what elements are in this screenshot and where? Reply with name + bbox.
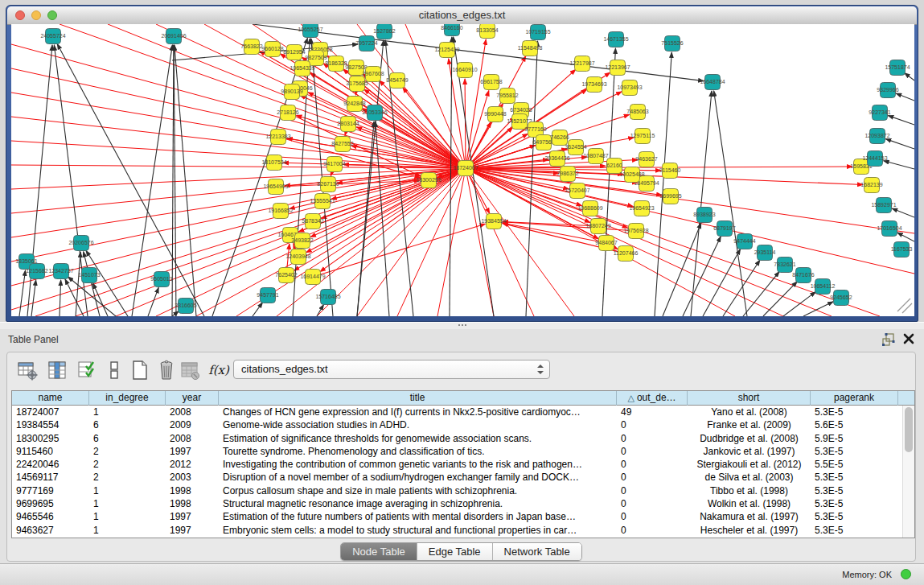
- tab-node-table[interactable]: Node Table: [341, 543, 417, 560]
- graph-node[interactable]: 9115460: [659, 163, 681, 179]
- graph-node[interactable]: 9417004: [323, 157, 345, 172]
- new-column-icon[interactable]: [128, 358, 152, 382]
- graph-node[interactable]: 2803144: [337, 117, 359, 132]
- close-panel-icon[interactable]: [903, 333, 914, 344]
- column-header-out_de[interactable]: △out_de…: [617, 391, 688, 406]
- column-header-title[interactable]: title: [219, 391, 617, 406]
- graph-node[interactable]: 9463627: [635, 152, 657, 167]
- graph-node[interactable]: 16648784: [700, 75, 725, 90]
- graph-node[interactable]: 2718126: [277, 105, 298, 121]
- graph-node[interactable]: 20691406: [161, 29, 186, 44]
- graph-node[interactable]: 11207466: [614, 246, 639, 262]
- graph-node[interactable]: 9660128: [261, 42, 283, 57]
- graph-node[interactable]: 19166852: [268, 204, 293, 219]
- window-titlebar[interactable]: citations_edges.txt: [7, 6, 917, 25]
- graph-node[interactable]: 7832621: [774, 257, 795, 273]
- graph-node[interactable]: 10654112: [811, 279, 836, 295]
- graph-node[interactable]: 12975115: [630, 129, 655, 144]
- graph-node[interactable]: 12342737: [48, 264, 73, 279]
- graph-node[interactable]: 7986372: [556, 167, 578, 182]
- graph-node[interactable]: 8466160: [441, 24, 462, 36]
- graph-node[interactable]: 24055724: [40, 29, 65, 44]
- graph-node[interactable]: 14671355: [603, 32, 628, 47]
- graph-node[interactable]: 8938923: [693, 208, 715, 223]
- graph-node[interactable]: 12093872: [864, 129, 889, 144]
- table-row[interactable]: 1872400712008Changes of HCN gene express…: [12, 406, 902, 418]
- graph-node[interactable]: 2935114: [754, 245, 776, 261]
- graph-node[interactable]: 8471676: [792, 268, 814, 283]
- table-row[interactable]: 1456911722003Disruption of a novel membe…: [12, 471, 902, 484]
- graph-node[interactable]: 19654923: [629, 201, 654, 216]
- table-row[interactable]: 946554611997Estimation of the future num…: [12, 510, 902, 523]
- graph-node[interactable]: 9505013: [150, 272, 172, 287]
- delete-table-icon[interactable]: [178, 358, 202, 382]
- function-builder-icon[interactable]: f(x): [207, 358, 231, 382]
- delete-column-icon[interactable]: [154, 358, 179, 382]
- column-header-short[interactable]: short: [688, 391, 811, 406]
- graph-node[interactable]: 1451073: [78, 268, 100, 283]
- graph-node[interactable]: 8912954: [283, 45, 305, 60]
- graph-node[interactable]: 9699695: [659, 189, 681, 204]
- graph-node[interactable]: 16640910: [452, 63, 477, 78]
- graph-node[interactable]: 10719155: [525, 25, 550, 40]
- column-header-in_degree[interactable]: in_degree: [89, 391, 166, 406]
- column-header-name[interactable]: name: [12, 391, 89, 406]
- graph-node[interactable]: 9245652: [830, 290, 852, 306]
- graph-node[interactable]: 9474444: [733, 234, 755, 249]
- scrollbar-thumb[interactable]: [905, 407, 913, 452]
- tab-edge-table[interactable]: Edge Table: [417, 543, 493, 560]
- graph-node[interactable]: 8454749: [386, 73, 408, 89]
- graph-node[interactable]: 6961758: [480, 75, 502, 90]
- table-row[interactable]: 911546021997Tourette syndrome. Phenomeno…: [12, 445, 902, 458]
- graph-node[interactable]: 7515526: [661, 36, 683, 51]
- graph-node[interactable]: 17016504: [877, 221, 901, 237]
- graph-node[interactable]: 1527862: [373, 24, 395, 39]
- graph-node[interactable]: 746266: [550, 130, 569, 146]
- graph-node[interactable]: 8133054: [476, 24, 498, 39]
- graph-node[interactable]: 8186328: [325, 56, 347, 72]
- column-header-pagerank[interactable]: pagerank: [811, 391, 898, 406]
- table-row[interactable]: 946362711997Embryonic stem cells: a mode…: [12, 524, 902, 537]
- table-row[interactable]: 977716911998Corpus callosum shape and si…: [12, 484, 902, 497]
- column-visibility-icon[interactable]: [45, 358, 69, 382]
- graph-node[interactable]: 12403948: [285, 249, 310, 265]
- graph-node[interactable]: 9329966: [877, 83, 898, 98]
- table-row[interactable]: 969969511998Structural magnetic resonanc…: [12, 497, 902, 510]
- network-table-select[interactable]: citations_edges.txt: [233, 360, 550, 379]
- graph-node[interactable]: 1167533: [891, 242, 913, 257]
- graph-node[interactable]: 3175685: [346, 76, 368, 92]
- network-canvas[interactable]: 1872400718300295193845547663822966012889…: [11, 24, 914, 316]
- graph-node[interactable]: 12213383: [265, 130, 290, 145]
- graph-node[interactable]: 9990448: [484, 107, 506, 122]
- graph-node[interactable]: 2316605: [175, 299, 196, 314]
- graph-node[interactable]: 19384554: [481, 214, 506, 229]
- graph-node[interactable]: 5878342: [302, 214, 323, 229]
- citation-network-graph[interactable]: 1872400718300295193845547663822966012889…: [11, 24, 914, 316]
- graph-node[interactable]: 9227341: [869, 105, 890, 121]
- float-panel-icon[interactable]: [882, 333, 895, 346]
- graph-node[interactable]: 20206576: [68, 236, 93, 251]
- graph-node[interactable]: 9484067: [595, 236, 617, 251]
- select-all-rows-icon[interactable]: [75, 358, 99, 382]
- graph-node[interactable]: 10655257: [298, 24, 322, 38]
- graph-node[interactable]: 7663822: [240, 39, 262, 55]
- graph-node[interactable]: 16914479: [300, 270, 325, 285]
- graph-node[interactable]: 7485063: [626, 105, 648, 120]
- graph-node[interactable]: 3493822: [291, 233, 313, 249]
- graph-node[interactable]: 1215682: [26, 264, 47, 279]
- graph-node[interactable]: 12217987: [569, 56, 594, 72]
- graph-node[interactable]: 15892971: [871, 198, 896, 213]
- table-row[interactable]: 1938455462009Genome-wide association stu…: [12, 418, 902, 431]
- graph-node[interactable]: 10973493: [617, 80, 642, 96]
- graph-node[interactable]: 7957224: [355, 36, 377, 51]
- graph-node[interactable]: 6879197: [713, 221, 735, 237]
- table-scrollbar[interactable]: [902, 406, 914, 538]
- graph-node[interactable]: 8427552: [331, 137, 353, 152]
- unselect-rows-icon[interactable]: [102, 358, 126, 382]
- graph-node[interactable]: 1682139: [860, 178, 882, 193]
- column-header-year[interactable]: year: [166, 391, 219, 406]
- graph-node[interactable]: 11548498: [518, 41, 543, 56]
- graph-node[interactable]: 2967608: [362, 67, 384, 82]
- tab-network-table[interactable]: Network Table: [493, 543, 581, 560]
- memory-indicator[interactable]: [901, 569, 911, 579]
